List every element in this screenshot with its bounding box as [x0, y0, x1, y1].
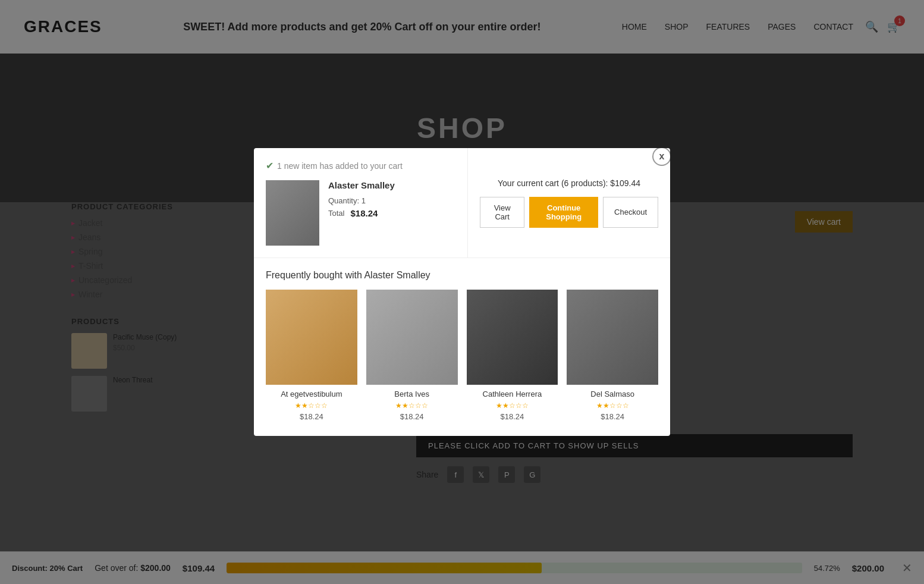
modal-product-image [266, 180, 319, 246]
freq-product-image-0 [266, 290, 357, 385]
freq-product-stars-1: ★★☆☆☆ [366, 401, 458, 410]
freq-product-stars-0: ★★☆☆☆ [266, 401, 357, 410]
freq-product-image-1 [366, 290, 458, 385]
freq-product-price-1: $18.24 [366, 412, 458, 421]
cart-summary: Your current cart (6 products): $109.44 [498, 178, 640, 188]
freq-grid: At egetvestibulum ★★☆☆☆ $18.24 Berta Ive… [266, 290, 658, 421]
modal-bottom: Frequently bought with Alaster Smalley A… [254, 258, 670, 436]
freq-item-2: Cathleen Herrera ★★☆☆☆ $18.24 [467, 290, 558, 421]
freq-product-price-0: $18.24 [266, 412, 357, 421]
freq-product-image-3 [567, 290, 658, 385]
added-message: ✔ 1 new item has added to your cart [266, 160, 455, 171]
modal-product-total-value: $18.24 [350, 208, 378, 218]
freq-product-price-2: $18.24 [467, 412, 558, 421]
freq-title: Frequently bought with Alaster Smalley [266, 270, 658, 281]
modal-left: ✔ 1 new item has added to your cart Alas… [254, 148, 468, 258]
freq-product-price-3: $18.24 [567, 412, 658, 421]
modal-product-total-row: Total $18.24 [328, 208, 455, 218]
freq-item-3: Del Salmaso ★★☆☆☆ $18.24 [567, 290, 658, 421]
freq-item-0: At egetvestibulum ★★☆☆☆ $18.24 [266, 290, 357, 421]
modal-product-name: Alaster Smalley [328, 180, 455, 190]
modal-buttons: View Cart Continue Shopping Checkout [480, 197, 658, 228]
modal-continue-shopping-button[interactable]: Continue Shopping [529, 197, 598, 228]
freq-product-stars-2: ★★☆☆☆ [467, 401, 558, 410]
modal-product-details: Alaster Smalley Quantity: 1 Total $18.24 [328, 180, 455, 246]
modal-product-image-inner [266, 180, 319, 246]
freq-product-name-0[interactable]: At egetvestibulum [266, 390, 357, 398]
cart-modal: x ✔ 1 new item has added to your cart Al… [254, 148, 670, 436]
freq-product-image-2 [467, 290, 558, 385]
freq-product-name-2[interactable]: Cathleen Herrera [467, 390, 558, 398]
modal-view-cart-button[interactable]: View Cart [480, 197, 524, 228]
freq-item-1: Berta Ives ★★☆☆☆ $18.24 [366, 290, 458, 421]
modal-overlay[interactable]: x ✔ 1 new item has added to your cart Al… [0, 0, 924, 584]
modal-checkout-button[interactable]: Checkout [603, 197, 658, 228]
freq-product-stars-3: ★★☆☆☆ [567, 401, 658, 410]
freq-product-name-3[interactable]: Del Salmaso [567, 390, 658, 398]
check-icon: ✔ [266, 160, 274, 171]
freq-product-name-1[interactable]: Berta Ives [366, 390, 458, 398]
modal-product-quantity: Quantity: 1 [328, 196, 455, 205]
modal-product-row: Alaster Smalley Quantity: 1 Total $18.24 [266, 180, 455, 246]
modal-right: Your current cart (6 products): $109.44 … [468, 148, 670, 258]
modal-top: ✔ 1 new item has added to your cart Alas… [254, 148, 670, 258]
modal-product-total-label: Total [328, 209, 344, 218]
modal-close-button[interactable]: x [652, 148, 670, 166]
